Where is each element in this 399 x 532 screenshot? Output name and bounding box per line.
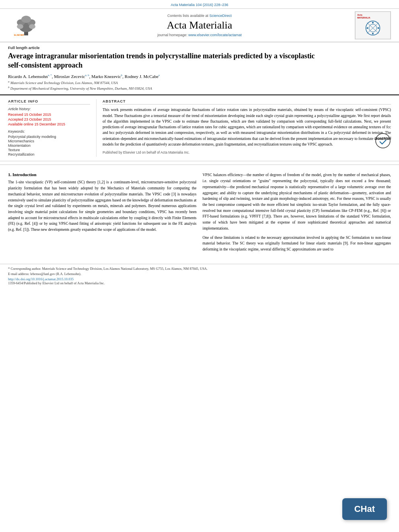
sciencedirect-link[interactable]: ScienceDirect [210,14,232,18]
elsevier-tree-icon: ELSEVIER [12,14,40,37]
abstract-column: ABSTRACT This work presents estimations … [97,99,391,157]
abstract-heading: ABSTRACT [103,99,391,105]
footnote-2: E-mail address: lebenso@lanl.gov (R.A. L… [8,272,391,276]
intro-paragraph-3: One of these limitations is related to t… [203,235,391,253]
svg-text:CrossMark: CrossMark [375,136,391,140]
article-title: Average intragranular misorientation tre… [8,51,322,70]
crossmark-icon: CrossMark [375,133,391,149]
author3-name: , Marko Knezevic [89,74,121,78]
svg-point-19 [376,134,390,148]
article-section: Full length article Average intragranula… [0,42,399,95]
journal-title: Acta Materialia [52,19,347,31]
body-left-column: 1. Introduction The 1-site viscoplastic … [8,172,197,255]
author1-super: a, * [48,74,52,77]
chat-button[interactable]: CHat [342,498,387,520]
header-content: ELSEVIER Contents lists available at Sci… [0,9,399,42]
svg-text:ELSEVIER: ELSEVIER [14,34,24,36]
article-info-column: ARTICLE INFO Article history: Received 1… [8,99,97,157]
journal-header: Acta Materialia 104 (2016) 228–236 [0,0,399,9]
article-info-heading: ARTICLE INFO [8,99,90,105]
svg-point-16 [372,33,374,34]
published-by: Published by Elsevier Ltd on behalf of A… [103,150,391,154]
article-type-label: Full length article [8,45,391,50]
main-body: 1. Introduction The 1-site viscoplastic … [0,168,399,259]
header-center: Contents lists available at ScienceDirec… [48,14,351,37]
svg-point-4 [21,16,31,23]
intro-paragraph-1: The 1-site viscoplastic (VP) self-consis… [8,179,197,232]
authors: Ricardo A. Lebensohna, *, Miroslav Zecev… [8,74,391,79]
keyword-3: Misorientation [8,144,90,148]
svg-point-15 [372,22,374,23]
article-info-abstract-section: ARTICLE INFO Article history: Received 1… [0,95,399,161]
keywords-label: Keywords: [8,129,90,134]
svg-point-5 [17,24,23,29]
homepage-link[interactable]: www.elsevier.com/locate/actamat [188,33,242,37]
elsevier-logo-area: ELSEVIER [4,14,48,37]
svg-point-17 [366,27,368,29]
homepage-text: journal homepage: www.elsevier.com/locat… [52,33,347,37]
footer: * Corresponding author. Materials Scienc… [0,264,399,288]
svg-text:MATERIALIA: MATERIALIA [357,16,370,19]
keyword-1: Polycrystal plasticity modeling [8,135,90,139]
author4-name: , Rodney J. McCabe [122,74,158,78]
acta-materialia-logo-icon: Acta MATERIALIA [355,11,391,39]
acta-materialia-logo-area: Acta MATERIALIA [351,11,395,39]
author4-super: a [158,74,160,77]
sciencedirect-text: Contents lists available at ScienceDirec… [52,14,347,18]
author2-name: , Miroslav Zecevic [52,74,85,78]
keyword-5: Recrystallization [8,152,90,156]
journal-volume-link[interactable]: Acta Materialia 104 (2016) 228–236 [171,3,228,7]
intro-paragraph-2: VPSC balances efficiency—the number of d… [203,172,391,231]
keyword-4: Texture [8,148,90,152]
issn-text: 1359-6454/Published by Elsevier Ltd on b… [8,281,391,285]
svg-text:Acta: Acta [357,14,362,16]
body-right-column: VPSC balances efficiency—the number of d… [203,172,391,255]
affiliation-a: a Materials Science and Technology Divis… [8,80,391,85]
available-date: Available online 15 December 2015 [8,122,90,126]
svg-point-18 [378,27,379,29]
section-divider [0,164,399,165]
svg-point-6 [29,24,35,29]
keyword-2: Micromechanics [8,139,90,143]
crossmark-area: CrossMark [375,133,391,150]
intro-section-title: 1. Introduction [8,172,197,177]
article-history-label: Article history: [8,107,90,111]
author1-name: Ricardo A. Lebensohn [8,74,48,78]
author2-super: a, b [85,74,89,77]
accepted-date: Accepted 23 October 2015 [8,117,90,121]
footnote-1: * Corresponding author. Materials Scienc… [8,267,391,271]
received-date: Received 15 October 2015 [8,113,90,117]
abstract-text: This work presents estimations of averag… [103,107,391,147]
doi-link[interactable]: http://dx.doi.org/10.1016/j.actamat.2015… [8,277,391,281]
page: Acta Materialia 104 (2016) 228–236 ELSEV… [0,0,399,532]
affiliation-b: b Department of Mechanical Engineering, … [8,86,391,90]
